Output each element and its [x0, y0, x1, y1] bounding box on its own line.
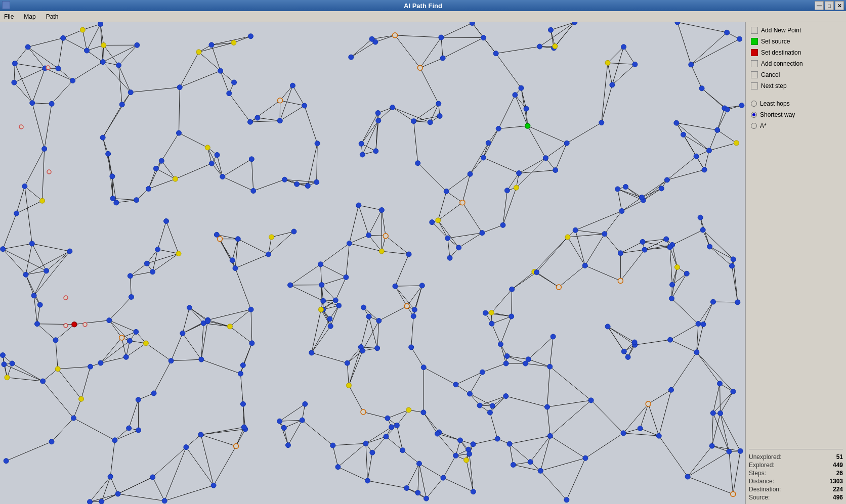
- main-layout: Add New Point Set source Set destination…: [0, 22, 846, 504]
- next-step-button[interactable]: Next step: [749, 81, 843, 91]
- cancel-box: [751, 71, 758, 78]
- steps-row: Steps: 26: [749, 470, 843, 477]
- distance-row: Distance: 1303: [749, 478, 843, 485]
- close-button[interactable]: ✕: [835, 1, 844, 10]
- panel-divider: [749, 92, 843, 96]
- algorithm-radio-group: Least hops Shortest way A*: [749, 97, 843, 132]
- titlebar-controls: — □ ✕: [815, 1, 844, 10]
- source-label: Source:: [749, 494, 770, 501]
- a-star-circle: [751, 123, 757, 129]
- explored-label: Explored:: [749, 462, 775, 469]
- source-value: 496: [833, 494, 843, 501]
- shortest-way-label: Shortest way: [760, 111, 795, 118]
- a-star-radio[interactable]: A*: [749, 121, 843, 130]
- steps-label: Steps:: [749, 470, 766, 477]
- next-step-box: [751, 82, 758, 89]
- set-source-label: Set source: [761, 38, 790, 45]
- menubar: File Map Path: [0, 11, 846, 22]
- explored-row: Explored: 449: [749, 462, 843, 469]
- steps-value: 26: [836, 470, 843, 477]
- unexplored-row: Unexplored: 51: [749, 453, 843, 461]
- menu-path[interactable]: Path: [44, 12, 61, 21]
- least-hops-circle: [751, 101, 757, 107]
- graph-canvas[interactable]: [0, 22, 745, 504]
- menu-file[interactable]: File: [2, 12, 16, 21]
- menu-map[interactable]: Map: [22, 12, 37, 21]
- window-title: AI Path Find: [404, 2, 442, 10]
- set-destination-label: Set destination: [761, 49, 801, 56]
- add-connection-label: Add connection: [761, 60, 803, 67]
- app-icon: [2, 1, 10, 9]
- add-new-point-label: Add New Point: [761, 27, 801, 34]
- shortest-way-circle: [751, 112, 757, 118]
- maximize-button[interactable]: □: [825, 1, 834, 10]
- a-star-label: A*: [760, 122, 767, 129]
- add-new-point-box: [751, 27, 758, 34]
- least-hops-label: Least hops: [760, 100, 790, 107]
- cancel-label: Cancel: [761, 71, 780, 78]
- minimize-button[interactable]: —: [815, 1, 824, 10]
- distance-label: Distance:: [749, 478, 774, 485]
- cancel-button[interactable]: Cancel: [749, 70, 843, 80]
- set-destination-button[interactable]: Set destination: [749, 48, 843, 58]
- destination-value: 224: [833, 486, 843, 493]
- right-panel: Add New Point Set source Set destination…: [745, 22, 846, 504]
- set-source-button[interactable]: Set source: [749, 36, 843, 47]
- unexplored-label: Unexplored:: [749, 453, 782, 461]
- least-hops-radio[interactable]: Least hops: [749, 99, 843, 108]
- destination-label: Destination:: [749, 486, 781, 493]
- source-row: Source: 496: [749, 494, 843, 501]
- add-connection-box: [751, 60, 758, 67]
- shortest-way-radio[interactable]: Shortest way: [749, 110, 843, 119]
- add-connection-button[interactable]: Add connection: [749, 59, 843, 69]
- set-destination-box: [751, 49, 758, 56]
- titlebar: AI Path Find — □ ✕: [0, 0, 846, 11]
- destination-row: Destination: 224: [749, 486, 843, 493]
- next-step-label: Next step: [761, 82, 787, 89]
- set-source-box: [751, 38, 758, 45]
- graph-canvas-area[interactable]: [0, 22, 745, 504]
- stats-area: Unexplored: 51 Explored: 449 Steps: 26 D…: [749, 449, 843, 501]
- distance-value: 1303: [829, 478, 843, 485]
- explored-value: 449: [833, 462, 843, 469]
- unexplored-value: 51: [836, 453, 843, 461]
- add-new-point-button[interactable]: Add New Point: [749, 25, 843, 35]
